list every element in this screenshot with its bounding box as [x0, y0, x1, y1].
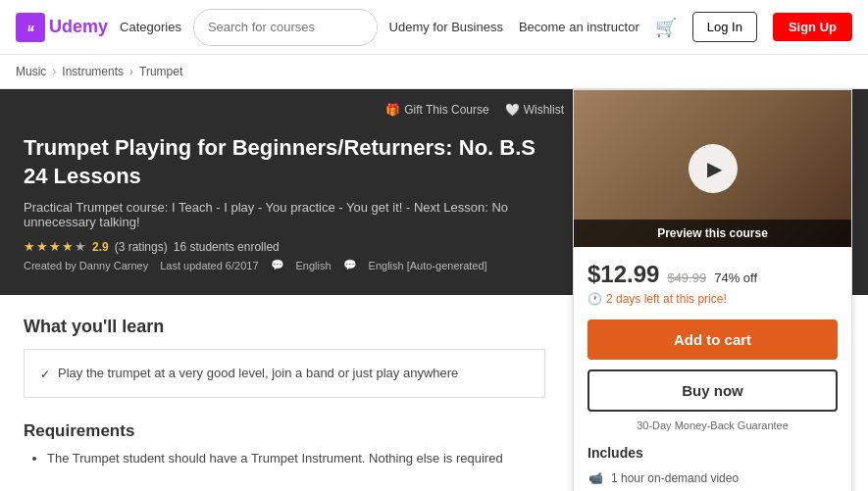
- logo-icon: 𝑢: [16, 13, 45, 42]
- star-half: ★: [62, 239, 74, 254]
- breadcrumb: Music › Instruments › Trumpet: [0, 55, 868, 89]
- money-back-text: 30-Day Money-Back Guarantee: [587, 419, 838, 431]
- breadcrumb-sep1: ›: [52, 65, 56, 78]
- language-icon: 💬: [271, 259, 284, 271]
- learn-item-text: Play the trumpet at a very good level, j…: [58, 366, 458, 380]
- star-2: ★: [36, 239, 48, 254]
- star-3: ★: [49, 239, 61, 254]
- last-updated: Last updated 6/2017: [160, 260, 258, 271]
- discount-badge: 74% off: [714, 270, 757, 285]
- play-button[interactable]: ▶: [689, 144, 738, 193]
- rating-value: 2.9: [92, 240, 109, 254]
- requirements-title: Requirements: [24, 421, 545, 441]
- logo-text: Udemy: [49, 17, 108, 37]
- requirements-list: The Trumpet student should have a Trumpe…: [24, 451, 545, 466]
- enrolled-count: 16 students enrolled: [174, 240, 280, 254]
- header-links: Udemy for Business Become an instructor …: [389, 12, 852, 42]
- categories-button[interactable]: Categories: [120, 20, 181, 34]
- breadcrumb-sep2: ›: [129, 65, 133, 78]
- course-title: Trumpet Playing for Beginners/Returners:…: [24, 134, 553, 190]
- gift-icon: 🎁: [385, 103, 400, 117]
- learn-section: What you'll learn ✓ Play the trumpet at …: [24, 317, 545, 398]
- cart-icon[interactable]: 🛒: [655, 17, 677, 38]
- udemy-business-link[interactable]: Udemy for Business: [389, 20, 503, 34]
- become-instructor-link[interactable]: Become an instructor: [519, 20, 639, 34]
- breadcrumb-music[interactable]: Music: [16, 65, 46, 78]
- gift-course-action[interactable]: 🎁 Gift This Course: [385, 103, 488, 117]
- learn-item: ✓ Play the trumpet at a very good level,…: [40, 366, 529, 381]
- add-to-cart-button[interactable]: Add to cart: [587, 319, 838, 360]
- captions: English [Auto-generated]: [369, 260, 487, 271]
- sidebar-card: ▶ Preview this course $12.99 $49.99 74% …: [573, 89, 852, 491]
- captions-icon: 💬: [343, 259, 357, 271]
- search-bar: 🔍: [193, 9, 378, 46]
- video-icon: 📹: [587, 471, 603, 485]
- breadcrumb-instruments[interactable]: Instruments: [62, 65, 124, 78]
- course-meta: Created by Danny Carney Last updated 6/2…: [24, 259, 553, 271]
- search-input[interactable]: [194, 11, 378, 43]
- hero-actions: 🎁 Gift This Course 🤍 Wishlist: [385, 103, 564, 117]
- star-1: ★: [24, 239, 35, 254]
- learn-title: What you'll learn: [24, 317, 545, 337]
- price-row: $12.99 $49.99 74% off: [587, 261, 838, 288]
- language: English: [296, 260, 332, 271]
- course-subtitle: Practical Trumpet course: I Teach - I pl…: [24, 200, 553, 229]
- time-left: 🕐 2 days left at this price!: [587, 292, 838, 306]
- signup-button[interactable]: Sign Up: [773, 13, 852, 41]
- requirements-section: Requirements The Trumpet student should …: [24, 421, 545, 466]
- card-body: $12.99 $49.99 74% off 🕐 2 days left at t…: [574, 247, 851, 491]
- heart-icon: 🤍: [505, 103, 520, 117]
- breadcrumb-trumpet[interactable]: Trumpet: [139, 65, 182, 78]
- wishlist-action[interactable]: 🤍 Wishlist: [505, 103, 564, 117]
- buy-now-button[interactable]: Buy now: [587, 369, 838, 412]
- hero-section: 🎁 Gift This Course 🤍 Wishlist Trumpet Pl…: [0, 89, 868, 295]
- includes-item-video: 📹 1 hour on-demand video: [587, 468, 838, 488]
- includes-list: 📹 1 hour on-demand video 📄 1 article ⬇ 1…: [587, 468, 838, 491]
- stars: ★ ★ ★ ★ ★: [24, 239, 86, 254]
- rating-row: ★ ★ ★ ★ ★ 2.9 (3 ratings) 16 students en…: [24, 239, 553, 254]
- rating-count: (3 ratings): [115, 240, 168, 254]
- login-button[interactable]: Log In: [692, 12, 757, 42]
- preview-label[interactable]: Preview this course: [574, 220, 851, 247]
- gift-label: Gift This Course: [404, 103, 488, 117]
- header: 𝑢 Udemy Categories 🔍 Udemy for Business …: [0, 0, 868, 55]
- wishlist-label: Wishlist: [524, 103, 564, 117]
- created-by: Created by Danny Carney: [24, 260, 148, 271]
- check-icon: ✓: [40, 368, 50, 381]
- course-thumbnail[interactable]: ▶ Preview this course: [574, 90, 851, 247]
- price-original: $49.99: [667, 270, 706, 285]
- star-empty: ★: [75, 239, 86, 254]
- content-area: What you'll learn ✓ Play the trumpet at …: [0, 295, 569, 491]
- hero-content: Trumpet Playing for Beginners/Returners:…: [24, 134, 553, 271]
- clock-icon: 🕐: [587, 292, 602, 306]
- play-icon: ▶: [707, 157, 722, 180]
- requirement-item: The Trumpet student should have a Trumpe…: [47, 451, 545, 466]
- categories-label: Categories: [120, 20, 181, 34]
- price-current: $12.99: [587, 261, 659, 288]
- includes-title: Includes: [587, 445, 838, 461]
- learn-box: ✓ Play the trumpet at a very good level,…: [24, 349, 545, 398]
- logo[interactable]: 𝑢 Udemy: [16, 13, 108, 42]
